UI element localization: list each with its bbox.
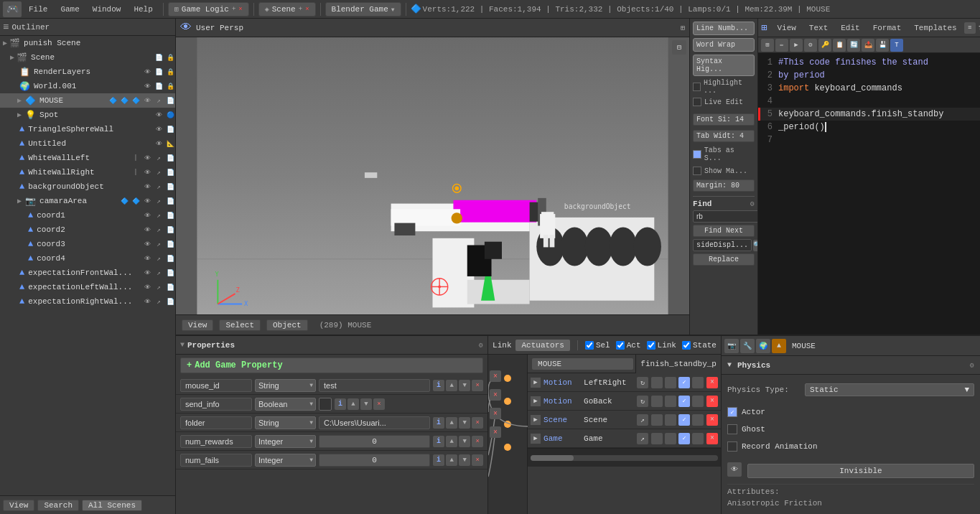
sel-checkbox-label[interactable]: Sel: [585, 341, 610, 350]
actuator-expand-btn4[interactable]: ▶: [531, 434, 541, 444]
outliner-item-expright[interactable]: ▲ expectationRightWal... 👁 ↗ 📄: [0, 294, 175, 309]
property-info-btn-nf[interactable]: i: [433, 454, 444, 466]
live-edit-checkbox-row[interactable]: Live Edit: [693, 98, 755, 106]
game-props-settings[interactable]: ⚙: [479, 341, 483, 350]
property-type-dropdown[interactable]: ▼: [255, 379, 316, 392]
property-info-btn-si[interactable]: i: [335, 398, 346, 410]
tab-width-btn[interactable]: Tab Widt: 4: [693, 130, 755, 142]
actuator-scroll-track[interactable]: [531, 455, 718, 461]
sensor-close-1[interactable]: ×: [490, 370, 501, 382]
search-btn[interactable]: Search: [37, 500, 79, 511]
property-info-btn-f[interactable]: i: [433, 417, 444, 429]
property-delete-btn-nr[interactable]: ×: [472, 436, 483, 447]
outliner-item-coord2[interactable]: ▲ coord2 👁 ↗ 📄: [0, 223, 175, 237]
property-down-btn-f[interactable]: ▼: [459, 417, 470, 429]
code-tb-icon9[interactable]: 💾: [876, 39, 889, 52]
actuator-scroll-thumb[interactable]: [531, 455, 574, 461]
outliner-item-coord1[interactable]: ▲ coord1 👁 ↗ 📄: [0, 208, 175, 223]
record-anim-checkbox-row[interactable]: Record Animation: [727, 438, 974, 455]
find-input[interactable]: [693, 210, 757, 223]
sensor-close-2[interactable]: ×: [490, 389, 501, 401]
property-boolean-toggle[interactable]: [319, 398, 332, 411]
property-type-dropdown-nr[interactable]: ▼: [255, 435, 316, 448]
property-type-num-fails[interactable]: [255, 454, 316, 467]
code-templates-menu[interactable]: Templates: [908, 22, 962, 34]
phys-icon-render[interactable]: 📷: [724, 339, 739, 353]
highlight-checkbox[interactable]: [693, 83, 701, 91]
tabs-as-s-row[interactable]: Tabs as S...: [693, 146, 755, 162]
act-checkbox-label[interactable]: Act: [616, 341, 641, 350]
link-checkbox-label[interactable]: Link: [647, 341, 676, 350]
workspace-gamelogic[interactable]: ⊞ Game Logic + ×: [168, 2, 249, 17]
state-checkbox[interactable]: [682, 341, 691, 350]
font-size-btn[interactable]: Font Si: 14: [693, 113, 755, 126]
add-game-property-btn[interactable]: + Add Game Property: [180, 358, 483, 373]
outliner-item-coord4[interactable]: ▲ coord4 👁 ↗ 📄: [0, 251, 175, 266]
sensor-close-3[interactable]: ×: [490, 408, 501, 419]
sel-checkbox[interactable]: [585, 341, 594, 350]
actuator-cb1[interactable]: [651, 377, 663, 388]
actuator-cb2[interactable]: [665, 377, 676, 388]
actuator-expand-btn2[interactable]: ▶: [531, 396, 541, 406]
property-name-send-info[interactable]: [180, 398, 252, 411]
actuator-delete-btn[interactable]: ×: [706, 377, 718, 388]
invisible-btn[interactable]: Invisible: [747, 464, 974, 478]
actuator-cb13[interactable]: [651, 433, 663, 444]
code-tb-icon10[interactable]: T: [890, 39, 903, 52]
tabs-as-s-checkbox[interactable]: [693, 150, 701, 159]
show-ma-checkbox[interactable]: [693, 167, 701, 175]
actuator-scene-icon[interactable]: ↗: [637, 414, 648, 426]
actuator-cb10[interactable]: [665, 414, 676, 426]
property-up-btn[interactable]: ▲: [446, 380, 457, 391]
outliner-item-scene[interactable]: ▶ 🎬 Scene 📄 🔒: [0, 50, 175, 65]
property-delete-btn-nf[interactable]: ×: [472, 454, 483, 466]
viewport-render-btn[interactable]: Object: [266, 319, 308, 331]
code-icon1[interactable]: ≡: [964, 22, 976, 34]
actuators-tab[interactable]: Actuators: [515, 340, 569, 351]
phys-icon-world[interactable]: 🌍: [756, 339, 770, 353]
actuator-cb15[interactable]: ✓: [678, 433, 690, 444]
actuator-cb7[interactable]: ✓: [678, 396, 690, 407]
code-tb-icon3[interactable]: ▶: [790, 39, 803, 52]
state-checkbox-label[interactable]: State: [682, 341, 717, 350]
property-value-num-fails[interactable]: 0: [319, 454, 430, 467]
property-name-num-fails[interactable]: [180, 454, 252, 467]
margin-btn[interactable]: Margin: 80: [693, 179, 755, 192]
property-type-num-rewards[interactable]: [255, 435, 316, 448]
code-edit-menu[interactable]: Edit: [835, 22, 865, 34]
code-text-menu[interactable]: Text: [803, 22, 834, 34]
outliner-item-punish-scene[interactable]: ▶ 🎬 punish Scene: [0, 36, 175, 50]
property-name-folder[interactable]: [180, 416, 252, 429]
link-checkbox[interactable]: [647, 341, 655, 350]
actuator-cb14[interactable]: [665, 433, 676, 444]
property-name-mouse-id[interactable]: [180, 379, 252, 392]
property-type-dropdown-si[interactable]: ▼: [255, 398, 316, 411]
property-type-mouse-id[interactable]: [255, 379, 316, 392]
code-format-menu[interactable]: Format: [867, 22, 907, 34]
record-anim-checkbox[interactable]: [727, 441, 737, 452]
view-btn[interactable]: View: [3, 500, 34, 511]
actuator-expand-btn[interactable]: ▶: [531, 378, 541, 388]
actuator-cb5[interactable]: [651, 396, 663, 407]
outliner-item-expleft[interactable]: ▲ expectationLeftWall... 👁 ↗ 📄: [0, 280, 175, 294]
physics-collapse-icon[interactable]: ▼: [727, 361, 732, 369]
property-down-btn[interactable]: ▼: [459, 380, 470, 391]
line-numbers-btn[interactable]: Line Numb...: [693, 22, 755, 35]
syntax-highlight-btn[interactable]: Syntax Hig...: [693, 55, 755, 76]
act-checkbox[interactable]: [616, 341, 625, 350]
property-type-folder[interactable]: [255, 416, 316, 429]
code-tb-icon7[interactable]: 🔄: [847, 39, 860, 52]
actuator-cb4[interactable]: [692, 377, 704, 388]
workspace-scene[interactable]: ◈ Scene + ×: [258, 2, 316, 17]
actuator-cb3[interactable]: ✓: [678, 377, 690, 388]
find-next-btn[interactable]: Find Next: [693, 225, 755, 237]
property-value-mouse-id[interactable]: [319, 379, 430, 392]
property-info-btn[interactable]: i: [433, 380, 444, 391]
ghost-checkbox[interactable]: [727, 424, 737, 434]
menu-file[interactable]: File: [23, 4, 53, 15]
outliner-item-untitled[interactable]: ▲ Untitled 👁 📐: [0, 136, 175, 151]
outliner-item-bg[interactable]: ▲ backgroundObject 👁 ↗ 📄: [0, 179, 175, 194]
property-delete-btn[interactable]: ×: [472, 380, 483, 391]
actuator-delete-btn4[interactable]: ×: [706, 433, 718, 444]
property-delete-btn-si[interactable]: ×: [373, 398, 385, 410]
